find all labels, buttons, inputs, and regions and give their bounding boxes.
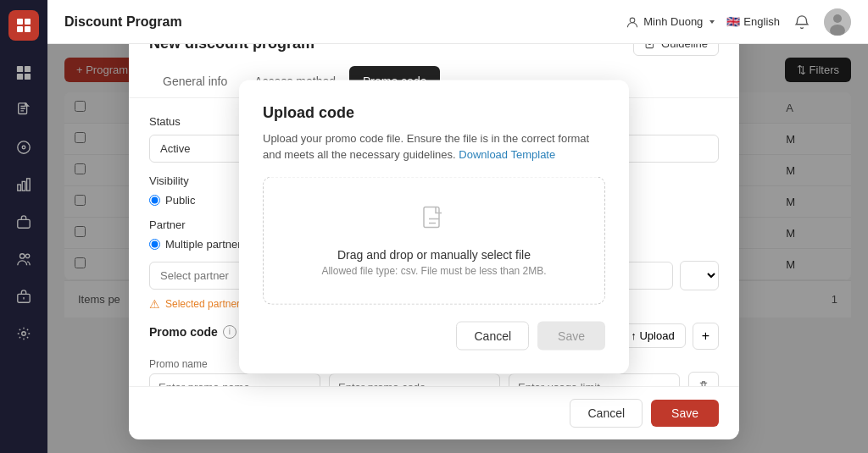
user-name: Minh Duong xyxy=(643,15,703,28)
svg-rect-13 xyxy=(27,179,31,191)
download-template-link[interactable]: Download Template xyxy=(459,148,555,161)
svg-rect-4 xyxy=(17,66,23,72)
avatar[interactable] xyxy=(824,8,851,36)
multiple-partners-radio[interactable] xyxy=(149,239,160,250)
svg-point-18 xyxy=(22,332,26,336)
guideline-button[interactable]: Guideline xyxy=(633,44,719,56)
guideline-label: Guideline xyxy=(661,44,708,50)
dropzone-text: Drag and drop or manually select file xyxy=(281,247,587,261)
upload-modal: Upload code Upload your promo code file.… xyxy=(239,80,629,373)
upload-label: ↑ Upload xyxy=(631,329,674,342)
chart-icon[interactable] xyxy=(8,169,39,200)
modal-overlay: New discount program Guideline General i… xyxy=(47,44,868,453)
content-area: + Program ⇅ Filters Disco... hod Status xyxy=(47,44,868,453)
flag-icon: 🇬🇧 xyxy=(726,15,740,28)
svg-point-9 xyxy=(18,141,30,153)
svg-point-19 xyxy=(630,18,635,23)
upload-dropzone[interactable]: Drag and drop or manually select file Al… xyxy=(263,176,605,304)
promo-code-input[interactable] xyxy=(329,373,500,386)
svg-rect-6 xyxy=(17,74,23,80)
promo-label-row: Promo code i xyxy=(149,325,236,339)
svg-rect-2 xyxy=(17,26,23,32)
svg-rect-3 xyxy=(25,26,31,32)
notification-bell[interactable] xyxy=(790,10,814,34)
main-content: Discount Program Minh Duong 🇬🇧 English +… xyxy=(47,0,868,453)
settings-icon[interactable] xyxy=(8,318,39,349)
svg-point-15 xyxy=(20,254,25,258)
trash-icon xyxy=(698,379,709,386)
modal-title: New discount program xyxy=(149,44,314,52)
sidebar xyxy=(0,0,47,453)
info-icon: i xyxy=(223,325,236,339)
warning-message: Selected partners xyxy=(165,298,245,310)
language-selector[interactable]: 🇬🇧 English xyxy=(726,15,780,28)
svg-rect-14 xyxy=(18,219,30,228)
people-icon[interactable] xyxy=(8,244,39,274)
partner-dropdown[interactable] xyxy=(680,261,719,290)
svg-point-21 xyxy=(833,14,842,23)
dashboard-icon[interactable] xyxy=(8,58,39,88)
dropzone-subtext: Allowed file type: csv. File must be les… xyxy=(281,264,587,276)
svg-rect-0 xyxy=(17,19,23,25)
svg-rect-1 xyxy=(25,19,31,25)
promo-code-label: Promo code xyxy=(149,325,218,339)
cancel-button[interactable]: Cancel xyxy=(570,399,643,428)
svg-rect-12 xyxy=(22,181,25,191)
book-icon xyxy=(644,44,656,49)
chevron-down-icon xyxy=(708,18,716,26)
user-info[interactable]: Minh Duong xyxy=(626,15,716,28)
svg-rect-24 xyxy=(424,207,439,227)
upload-actions: Cancel Save xyxy=(263,321,605,350)
upload-save-button[interactable]: Save xyxy=(537,321,605,350)
svg-point-10 xyxy=(22,146,25,149)
compass-icon[interactable] xyxy=(8,132,39,163)
public-label: Public xyxy=(165,194,195,207)
usage-limit-input[interactable] xyxy=(509,373,680,386)
svg-rect-5 xyxy=(25,66,31,72)
bag-icon[interactable] xyxy=(8,207,39,237)
topbar-right: Minh Duong 🇬🇧 English xyxy=(626,8,851,36)
language-label: English xyxy=(743,15,780,28)
public-radio[interactable] xyxy=(149,195,160,206)
public-radio-label[interactable]: Public xyxy=(149,194,195,207)
svg-point-16 xyxy=(25,254,30,258)
tab-general-info[interactable]: General info xyxy=(149,66,241,98)
promo-name-input[interactable] xyxy=(149,373,320,386)
multiple-partners-label[interactable]: Multiple partners xyxy=(149,238,247,251)
page-title: Discount Program xyxy=(64,14,182,30)
new-discount-modal: New discount program Guideline General i… xyxy=(129,44,739,439)
upload-modal-title: Upload code xyxy=(263,103,605,121)
upload-cancel-button[interactable]: Cancel xyxy=(456,321,529,350)
topbar: Discount Program Minh Duong 🇬🇧 English xyxy=(47,0,868,44)
file-icon xyxy=(281,204,587,240)
multiple-partners-text: Multiple partners xyxy=(165,238,247,251)
app-logo[interactable] xyxy=(8,10,39,41)
warning-icon: ⚠ xyxy=(149,297,160,311)
modal-header: New discount program Guideline xyxy=(129,44,739,66)
svg-rect-11 xyxy=(18,185,21,191)
user-icon xyxy=(626,16,638,28)
upload-description: Upload your promo code file. Ensure the … xyxy=(263,130,605,163)
add-button[interactable]: + xyxy=(693,323,719,350)
box-icon[interactable] xyxy=(8,281,39,312)
save-button[interactable]: Save xyxy=(651,400,719,427)
svg-rect-7 xyxy=(25,74,31,80)
document-icon[interactable] xyxy=(8,95,39,125)
delete-row-button[interactable] xyxy=(688,372,719,386)
modal-footer: Cancel Save xyxy=(129,386,739,439)
